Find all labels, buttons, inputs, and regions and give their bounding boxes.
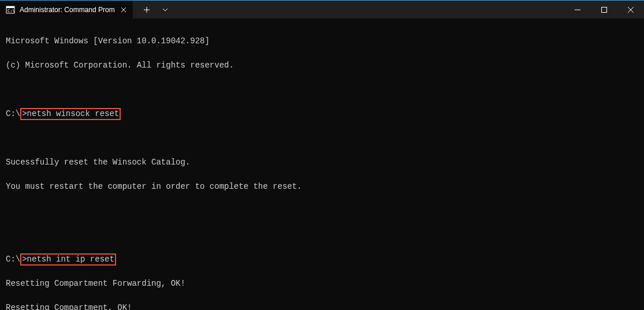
svg-rect-1 xyxy=(6,6,14,8)
version-text: Microsoft Windows [Version 10.0.19042.92… xyxy=(6,35,638,47)
command-line-1: C:\>netsh winsock reset xyxy=(6,108,638,120)
new-tab-button[interactable] xyxy=(137,1,156,19)
tab-close-button[interactable] xyxy=(119,5,128,14)
prompt-text: C:\ xyxy=(6,109,20,118)
window-controls xyxy=(564,1,644,19)
minimize-button[interactable] xyxy=(564,1,591,19)
close-button[interactable] xyxy=(617,1,644,19)
reset-output-line: Resetting Compartment, OK! xyxy=(6,302,638,310)
terminal-output[interactable]: Microsoft Windows [Version 10.0.19042.92… xyxy=(0,18,644,310)
result-text: Sucessfully reset the Winsock Catalog. xyxy=(6,156,638,169)
blank-line xyxy=(6,205,638,217)
titlebar: C:\ Administrator: Command Promp xyxy=(0,0,644,18)
cmd-icon: C:\ xyxy=(6,5,15,14)
blank-line xyxy=(6,229,638,241)
tab-title: Administrator: Command Promp xyxy=(20,6,114,14)
maximize-button[interactable] xyxy=(591,1,617,19)
active-tab[interactable]: C:\ Administrator: Command Promp xyxy=(0,1,133,18)
blank-line xyxy=(6,132,638,144)
copyright-text: (c) Microsoft Corporation. All rights re… xyxy=(6,59,638,72)
result-text: You must restart the computer in order t… xyxy=(6,181,638,193)
highlighted-command-1: >netsh winsock reset xyxy=(20,108,121,120)
svg-rect-8 xyxy=(602,7,607,12)
prompt-text: C:\ xyxy=(6,255,20,264)
tab-dropdown-button[interactable] xyxy=(156,1,174,19)
tab-actions xyxy=(133,1,174,19)
reset-output-line: Resetting Compartment Forwarding, OK! xyxy=(6,278,638,290)
blank-line xyxy=(6,84,638,96)
command-line-2: C:\>netsh int ip reset xyxy=(6,253,638,266)
svg-text:C:\: C:\ xyxy=(8,9,15,13)
highlighted-command-2: >netsh int ip reset xyxy=(20,253,116,266)
